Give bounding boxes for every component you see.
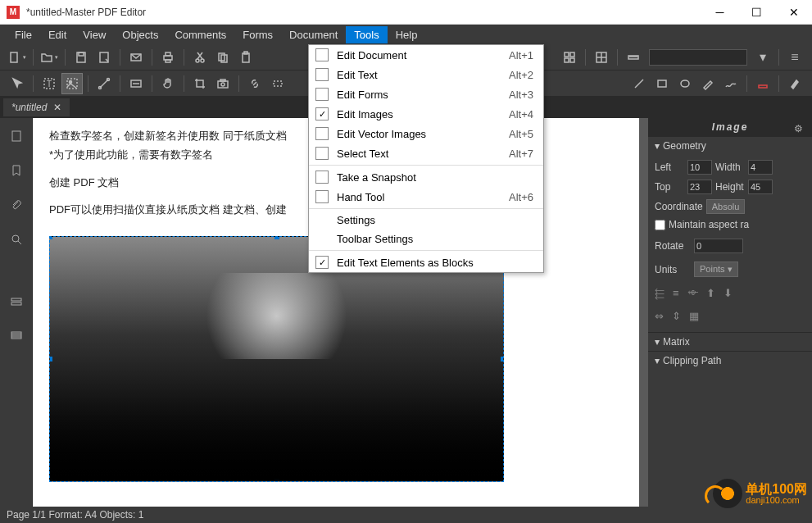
geometry-header[interactable]: ▾ Geometry <box>648 137 812 155</box>
menu-view[interactable]: View <box>75 26 114 43</box>
menu-file[interactable]: File <box>7 26 40 43</box>
menu-help[interactable]: Help <box>388 26 426 43</box>
distribute-v-icon[interactable]: ⇕ <box>672 310 681 322</box>
menu-item-edit-text-elements-as-blocks[interactable]: ✓Edit Text Elements as Blocks <box>309 252 543 272</box>
svg-rect-0 <box>11 52 17 62</box>
layers-icon[interactable] <box>5 290 28 313</box>
pencil-annot-tool[interactable] <box>697 73 719 94</box>
menu-edit[interactable]: Edit <box>40 26 75 43</box>
layout-button[interactable] <box>591 47 612 68</box>
menu-tools[interactable]: Tools <box>346 26 387 43</box>
menu-item-take-a-snapshot[interactable]: Take a Snapshot <box>309 167 543 187</box>
resize-handle-bl[interactable] <box>49 479 52 482</box>
marker-tool[interactable] <box>784 73 805 94</box>
coord-dropdown[interactable]: Absolu <box>706 199 746 214</box>
document-tab[interactable]: *untitled ✕ <box>3 98 70 116</box>
print-button[interactable] <box>157 47 179 68</box>
image-edit-tool[interactable] <box>61 73 83 94</box>
link-tool[interactable] <box>244 73 265 94</box>
menu-item-edit-forms[interactable]: Edit FormsAlt+3 <box>309 84 543 104</box>
highlight-tool[interactable] <box>752 73 773 94</box>
menu-item-toolbar-settings[interactable]: Toolbar Settings <box>309 230 543 248</box>
align-left-icon[interactable]: ⬱ <box>655 287 665 300</box>
maximize-button[interactable]: ☐ <box>738 0 775 25</box>
chevron-down-icon: ▾ <box>655 140 660 152</box>
paste-button[interactable] <box>235 47 256 68</box>
resize-handle-bm[interactable] <box>274 479 279 482</box>
rotate-label: Rotate <box>655 240 691 252</box>
cut-button[interactable] <box>189 47 211 68</box>
menu-item-edit-text[interactable]: Edit TextAlt+2 <box>309 65 543 84</box>
menu-objects[interactable]: Objects <box>114 26 166 43</box>
new-file-button[interactable]: ▾ <box>7 47 28 68</box>
hand-tool[interactable] <box>157 73 179 94</box>
zoom-dropdown-arrow[interactable]: ▾ <box>752 47 773 68</box>
width-input[interactable] <box>748 160 773 175</box>
distribute-h-icon[interactable]: ⇔ <box>655 310 664 322</box>
resize-handle-mr[interactable] <box>501 357 504 362</box>
signature-tool[interactable] <box>720 73 742 94</box>
menu-item-select-text[interactable]: Select TextAlt+7 <box>309 143 543 163</box>
resize-handle-br[interactable] <box>501 479 504 482</box>
menu-document[interactable]: Document <box>281 26 346 43</box>
thumbnails-icon[interactable] <box>5 125 28 148</box>
menu-overflow-icon[interactable]: ≡ <box>784 47 805 68</box>
vector-tool[interactable] <box>93 73 115 94</box>
line-annot-tool[interactable] <box>628 73 650 94</box>
menu-item-edit-images[interactable]: ✓Edit ImagesAlt+4 <box>309 104 543 124</box>
snapshot-tool[interactable] <box>212 73 234 94</box>
bookmarks-icon[interactable] <box>5 159 28 182</box>
zoom-dropdown[interactable] <box>649 49 747 66</box>
resize-handle-tl[interactable] <box>49 236 52 239</box>
menu-item-settings[interactable]: Settings <box>309 211 543 230</box>
top-input[interactable] <box>687 180 712 194</box>
open-file-button[interactable]: ▾ <box>39 47 60 68</box>
menu-comments[interactable]: Comments <box>166 26 234 43</box>
menu-item-label: Edit Images <box>337 108 509 121</box>
matrix-header[interactable]: ▾ Matrix <box>648 333 812 351</box>
units-dropdown[interactable]: Points ▾ <box>694 262 738 277</box>
menu-item-label: Hand Tool <box>337 191 509 203</box>
menu-item-hand-tool[interactable]: Hand ToolAlt+6 <box>309 187 543 207</box>
left-input[interactable] <box>687 160 712 175</box>
form-tool[interactable] <box>125 73 147 94</box>
resize-handle-tm[interactable] <box>274 236 279 239</box>
rect-annot-tool[interactable] <box>651 73 673 94</box>
email-button[interactable] <box>125 47 147 68</box>
ellipse-annot-tool[interactable] <box>674 73 696 94</box>
resize-handle-ml[interactable] <box>49 357 52 362</box>
link-tool-2[interactable] <box>267 73 288 94</box>
height-input[interactable] <box>748 180 773 194</box>
save-button[interactable] <box>70 47 92 68</box>
menu-item-edit-document[interactable]: Edit DocumentAlt+1 <box>309 45 543 65</box>
menu-forms[interactable]: Forms <box>234 26 281 43</box>
checkbox-icon <box>315 88 329 101</box>
close-button[interactable]: ✕ <box>775 0 812 25</box>
svg-text:T: T <box>47 80 52 89</box>
ruler-button[interactable] <box>623 47 644 68</box>
align-bottom-icon[interactable]: ⬇ <box>724 287 733 300</box>
align-top-icon[interactable]: ⬆ <box>706 287 715 300</box>
align-right-icon[interactable]: ⬲ <box>687 287 698 300</box>
window-title: *untitled-Master PDF Editor <box>26 7 701 18</box>
minimize-button[interactable]: ─ <box>701 0 738 25</box>
menu-item-label: Edit Text <box>337 69 509 81</box>
menu-item-shortcut: Alt+3 <box>509 89 533 101</box>
crop-tool[interactable] <box>189 73 211 94</box>
attachments-icon[interactable] <box>5 193 28 216</box>
save-as-button[interactable] <box>93 47 115 68</box>
aspect-checkbox[interactable] <box>655 220 665 230</box>
copy-button[interactable] <box>212 47 234 68</box>
text-edit-tool[interactable]: T <box>39 73 60 94</box>
comments-panel-icon[interactable] <box>5 325 28 348</box>
tab-close-icon[interactable]: ✕ <box>53 102 61 113</box>
grid-button[interactable] <box>559 47 580 68</box>
menu-item-edit-vector-images[interactable]: Edit Vector ImagesAlt+5 <box>309 124 543 143</box>
clipping-header[interactable]: ▾ Clipping Path <box>648 352 812 370</box>
pointer-tool[interactable] <box>7 73 28 94</box>
align-center-icon[interactable]: ≡ <box>673 287 679 300</box>
group-icon[interactable]: ▦ <box>689 310 699 322</box>
search-icon[interactable] <box>5 228 28 251</box>
panel-settings-icon[interactable]: ⚙ <box>794 123 809 138</box>
rotate-input[interactable] <box>694 239 743 253</box>
